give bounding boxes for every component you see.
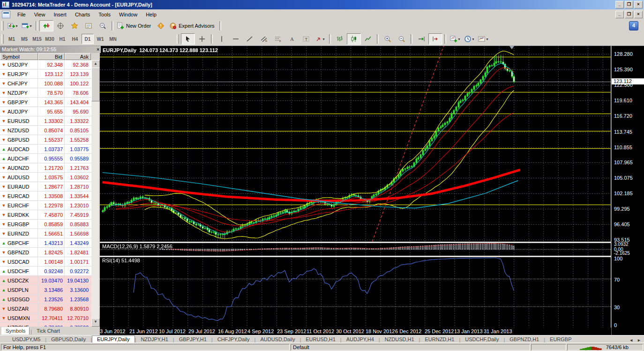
quote-row[interactable]: ▲AUDCAD1.037371.03775 [0,145,91,154]
quote-row[interactable]: ▼EURGBP0.858590.85883 [0,220,91,229]
navigator-toggle[interactable] [67,20,82,31]
menu-item-charts[interactable]: Charts [71,10,94,19]
timeframe-m15[interactable]: M15 [31,34,43,44]
quote-row[interactable]: ▼AUDUSD1.035751.03602 [0,173,91,182]
equidistant-channel-tool[interactable]: E [257,33,271,45]
status-profile[interactable]: Default [291,344,530,351]
pane-separator[interactable] [100,256,644,257]
horizontal-line-tool[interactable] [229,33,243,45]
toolbar-grip[interactable] [1,34,4,44]
quote-row[interactable]: ▼GBPNZD1.824251.82481 [0,248,91,257]
quote-row[interactable]: ▼EURDKK7.458707.45919 [0,210,91,220]
quote-row[interactable]: ▲GBPCHF1.432131.43249 [0,238,91,248]
quote-row[interactable]: ▼GBPUSD1.552371.55258 [0,135,91,145]
expert-advisors-toggle[interactable]: Expert Advisors [168,20,217,31]
strategy-tester-toggle[interactable] [96,20,110,31]
column-header-bid[interactable]: Bid [38,53,65,60]
quote-row[interactable]: ▼USDJPY92.34892.368 [0,60,91,69]
profiles-button[interactable]: ▾ [20,20,34,31]
market-watch-tab-tick-chart[interactable]: Tick Chart [33,328,64,335]
menu-item-file[interactable]: File [13,10,30,19]
chart-tab-usdchf-daily[interactable]: USDCHF,Daily [460,336,503,343]
quote-row[interactable]: ▲USDCHF0.922480.92272 [0,267,91,276]
quote-row[interactable]: ▲USDSGD1.235261.23568 [0,295,91,304]
quote-row[interactable]: ▼EURCHF1.229781.23010 [0,201,91,210]
chart-tab-eurgbp[interactable]: EURGBP [545,336,576,343]
menu-item-help[interactable]: Help [142,10,161,19]
quote-row[interactable]: ▼GBPJPY143.365143.404 [0,98,91,107]
chart-window-icon[interactable] [2,11,10,18]
menu-item-insert[interactable]: Insert [49,10,71,19]
quote-row[interactable]: ▼EURNZD1.566511.56698 [0,229,91,238]
chart-tab-chfjpy-daily[interactable]: CHFJPY,Daily [213,336,255,343]
scrollbar-thumb[interactable] [91,68,100,101]
zoom-out-button[interactable] [395,33,409,45]
quote-row[interactable]: ▼NZDUSD0.850740.85105 [0,126,91,135]
quote-row[interactable]: ▼CHFJPY100.088100.122 [0,79,91,88]
column-header-symbol[interactable]: Symbol [0,53,38,60]
chart-tab-usdjpy-m5[interactable]: USDJPY,M5 [7,336,45,343]
child-minimize-button[interactable]: _ [615,11,624,18]
quote-row[interactable]: ▲NZDCHF0.784860.78522 [0,323,91,327]
toolbar-grip[interactable] [1,21,4,31]
line-chart-mode-button[interactable] [361,33,375,45]
market-watch-toggle[interactable] [39,20,53,31]
child-close-button[interactable]: × [634,11,643,18]
toolbar-grip[interactable] [177,34,179,44]
close-icon[interactable]: × [97,47,99,52]
quote-row[interactable]: ▼USDZAR8.796808.80910 [0,304,91,313]
chart-tab-audjpy-h4[interactable]: AUDJPY,H4 [342,336,379,343]
chart-tab-eurjpy-daily[interactable]: EURJPY,Daily [92,336,135,343]
timeframe-m1[interactable]: M1 [6,34,18,44]
child-restore-button[interactable]: ❐ [625,11,633,18]
metaeditor-button[interactable] [154,20,168,31]
chart-tab-audusd-daily[interactable]: AUDUSD,Daily [255,336,300,343]
timeframe-d1[interactable]: D1 [82,34,94,44]
vertical-line-tool[interactable] [215,33,229,45]
new-chart-button[interactable]: ▾ [6,20,20,31]
text-label-tool[interactable]: T [299,33,313,45]
arrows-tool[interactable]: ▾ [313,33,327,45]
price-axis[interactable]: 128.280125.390122.500119.610116.720113.7… [611,46,644,335]
quote-row[interactable]: ▼EURJPY123.112123.139 [0,69,91,79]
chart-tab-gbpusd-daily[interactable]: GBPUSD,Daily [46,336,90,343]
menu-item-tools[interactable]: Tools [94,10,115,19]
candlestick-mode-button[interactable] [347,33,361,45]
menu-item-window[interactable]: Window [115,10,142,19]
quote-row[interactable]: ▼USDCAD1.001481.00171 [0,257,91,267]
cursor-tool[interactable] [181,33,195,45]
scroll-down-icon[interactable]: ▼ [91,318,100,327]
quote-row[interactable]: ▼EURCAD1.335081.33544 [0,191,91,201]
tab-scroll-left-icon[interactable]: ◄ [629,338,633,343]
templates-button[interactable]: ▾ [476,33,490,45]
quote-row[interactable]: ▼NZDJPY78.57078.606 [0,88,91,98]
bar-chart-mode-button[interactable] [333,33,347,45]
chart-tab-eurnzd-h1[interactable]: EURNZD,H1 [420,336,459,343]
data-window-toggle[interactable] [53,20,67,31]
new-order-button[interactable]: New Order [115,20,154,31]
pane-separator[interactable] [100,242,644,243]
menu-item-view[interactable]: View [30,10,50,19]
fibonacci-tool[interactable]: F [271,33,285,45]
chart-shift-toggle[interactable] [428,33,442,45]
market-watch-scrollbar[interactable]: ▲ ▼ [91,60,99,327]
trendline-tool[interactable] [243,33,257,45]
quote-row[interactable]: ▼USDMXN12.7041112.70710 [0,313,91,323]
market-watch-titlebar[interactable]: Market Watch: 09:12:55 × [0,46,101,53]
tab-scroll-right-icon[interactable]: ► [637,338,641,343]
quote-row[interactable]: ▲USDPLN3.134863.13600 [0,285,91,295]
market-watch-tab-symbols[interactable]: Symbols [1,327,30,335]
terminal-toggle[interactable] [82,20,96,31]
restore-button[interactable]: ❐ [625,1,633,8]
chart-tab-gbpnzd-h1[interactable]: GBPNZD,H1 [505,336,544,343]
timeframe-mn[interactable]: MN [107,34,119,44]
column-header-ask[interactable]: Ask [65,53,91,60]
zoom-in-button[interactable] [381,33,395,45]
chart-tab-gbpjpy-h1[interactable]: GBPJPY,H1 [174,336,211,343]
crosshair-tool[interactable] [195,33,209,45]
periods-button[interactable]: ▾ [462,33,476,45]
timeframe-h4[interactable]: H4 [69,34,81,44]
chart-tab-nzdjpy-h1[interactable]: NZDJPY,H1 [136,336,172,343]
timeframe-m5[interactable]: M5 [18,34,30,44]
quote-row[interactable]: ▲USDCZK19.0347019.04130 [0,276,91,285]
